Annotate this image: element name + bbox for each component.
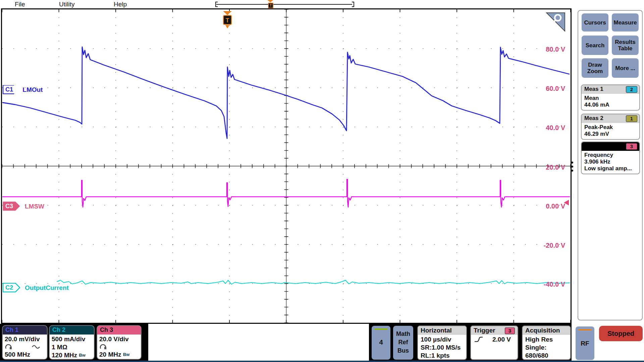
trigger-panel-body: 2.00 V (471, 335, 518, 344)
minimap-right-bracket (352, 2, 354, 7)
trigger-panel-header: Trigger 3 (471, 326, 518, 335)
ch1-settings: 20.0 mV/div 500 MHz (3, 335, 47, 359)
meas-2-body: Peak-Peak 46.29 mV (582, 123, 639, 139)
graticule: T (2, 9, 571, 323)
acquisition-panel-body: High Res Single: 680/680 (523, 335, 570, 360)
draw-zoom-button[interactable]: Draw Zoom (582, 58, 608, 78)
horizontal-panel[interactable]: Horizontal 100 µs/div SR:1.00 MS/s RL:1 … (417, 325, 467, 360)
c2-label: OutputCurrent (25, 284, 69, 292)
search-button[interactable]: Search (582, 36, 608, 55)
ch1-bandwidth: 500 MHz (5, 351, 45, 359)
y-axis-label: 80.0 V (546, 46, 565, 53)
c1-tag-id: C1 (5, 86, 13, 93)
meas-2-card[interactable]: Meas 2 1 Peak-Peak 46.29 mV (581, 114, 640, 140)
ch2-badge[interactable]: Ch 2 500 mA/div 1 MΩ 120 MHz Bw (49, 325, 95, 360)
magnifier-handle-icon (551, 20, 555, 24)
c3-tag-shape-icon: C3 (3, 201, 20, 211)
sample-rate: SR:1.00 MS/s (421, 344, 464, 352)
y-axis-label: 0.00 V (546, 202, 565, 210)
oscilloscope-screen: File Utility Help T T C1 C1 LMOut (0, 0, 644, 362)
c2-tag-outline-icon: C2 (3, 283, 20, 293)
ch1-header: Ch 1 (3, 326, 47, 335)
channel-tag-c1[interactable]: C1 C1 LMOut (3, 85, 43, 94)
results-table-button[interactable]: Results Table (612, 36, 639, 55)
menu-utility[interactable]: Utility (59, 1, 74, 8)
more-button[interactable]: More ... (612, 58, 639, 78)
meas-2-source-badge: 1 (626, 115, 637, 122)
y-axis-label: -20.0 V (544, 242, 565, 249)
horizontal-panel-header: Horizontal (418, 326, 466, 335)
trigger-level: 2.00 V (492, 336, 511, 344)
c1-tag-outline-icon: C1 (3, 85, 20, 95)
y-axis-label: -40.0 V (544, 281, 565, 288)
c3-label: LMSW (25, 203, 44, 210)
c1-waveform (3, 47, 569, 138)
meas-3-body: Frequency 3.906 kHz Low signal amp... (582, 151, 639, 174)
ch2-bandwidth: 120 MHz Bw (52, 351, 92, 359)
aux-4-button[interactable]: 4 (372, 326, 390, 360)
meas-1-card[interactable]: Meas 1 2 Mean 44.06 mA (581, 84, 640, 111)
ch3-scale: 20.0 V/div (99, 335, 139, 343)
ch3-header: Ch 3 (97, 326, 141, 335)
trigger-marker-tail-icon (225, 25, 229, 28)
trigger-source-badge: 3 (505, 327, 515, 334)
trigger-marker-arrow-icon[interactable] (223, 11, 232, 15)
ch3-settings: 20.0 V/div 20 MHz Bw (97, 335, 141, 359)
c2-waveform (57, 280, 570, 284)
meas-3-source-badge: 3 (626, 143, 637, 150)
right-control-panel: Cursors Measure Search Results Table Dra… (578, 10, 643, 320)
waveform-display[interactable]: T C1 C1 LMOut C3 LMSW (1, 8, 572, 324)
ch2-impedance: 1 MΩ (52, 343, 92, 351)
menu-file[interactable]: File (15, 1, 25, 8)
rf-label: RF (576, 340, 594, 347)
channel-tag-c3[interactable]: C3 LMSW (3, 201, 44, 211)
meas-3-header: 3 (582, 142, 639, 151)
panel-handle-dots-icon[interactable] (571, 162, 573, 164)
measure-button[interactable]: Measure (612, 13, 639, 32)
trigger-panel[interactable]: Trigger 3 2.00 V (470, 325, 518, 360)
record-length: RL:1 kpts (421, 352, 464, 360)
meas-2-header: Meas 2 1 (582, 114, 639, 123)
run-stop-status-button[interactable]: Stopped (599, 326, 643, 341)
ch3-bandwidth: 20 MHz Bw (99, 351, 139, 359)
orange-accent-bar (578, 329, 592, 330)
ac-coupling-icon (32, 344, 40, 350)
aux-4-label: 4 (372, 339, 390, 346)
y-axis-label: 20.0 V (546, 164, 565, 171)
acquisition-count: 680/680 (525, 352, 568, 360)
trigger-position-marker[interactable]: T (268, 3, 273, 8)
trigger-position-arrow-icon[interactable] (267, 0, 273, 2)
math-ref-bus-button[interactable]: Math Ref Bus (393, 326, 413, 360)
y-axis-label: 40.0 V (546, 124, 565, 132)
bottom-edge-line (0, 361, 644, 362)
acquisition-panel[interactable]: Acquisition High Res Single: 680/680 (522, 325, 571, 360)
horizontal-position-bar[interactable] (216, 4, 352, 5)
menu-help[interactable]: Help (114, 1, 127, 8)
ch2-bw-limit-tag: Bw (79, 353, 86, 358)
ch1-badge[interactable]: Ch 1 20.0 mV/div 500 MHz (2, 325, 48, 360)
rf-button[interactable]: RF (576, 326, 594, 360)
ch3-bw-limit-tag: Bw (123, 352, 130, 357)
ch2-scale: 500 mA/div (52, 335, 92, 343)
horizontal-scale: 100 µs/div (421, 336, 464, 344)
acquisition-type: Single: (525, 344, 568, 352)
probe-icon (5, 344, 13, 350)
ch1-scale: 20.0 mV/div (5, 335, 45, 343)
cursors-button[interactable]: Cursors (582, 13, 608, 32)
meas-1-header: Meas 1 2 (582, 85, 639, 94)
ch3-badge[interactable]: Ch 3 20.0 V/div 20 MHz Bw (97, 325, 142, 360)
rising-edge-icon (474, 336, 484, 344)
meas-1-source-badge: 2 (626, 86, 637, 93)
channel-tag-c2[interactable]: C2 OutputCurrent (3, 283, 69, 293)
horizontal-panel-body: 100 µs/div SR:1.00 MS/s RL:1 kpts (418, 335, 466, 360)
c3-tag-id: C3 (5, 203, 13, 209)
ch2-header: Ch 2 (50, 326, 94, 335)
c2-tag-id: C2 (5, 284, 13, 291)
meas-1-body: Mean 44.06 mA (582, 94, 639, 110)
meas-3-card[interactable]: 3 Frequency 3.906 kHz Low signal amp... (581, 141, 640, 174)
probe-icon (99, 344, 107, 350)
minimap-left-bracket (215, 2, 218, 7)
trigger-marker-label: T (226, 17, 229, 24)
c1-label: LMOut (22, 86, 43, 94)
ch2-settings: 500 mA/div 1 MΩ 120 MHz Bw (50, 335, 94, 359)
